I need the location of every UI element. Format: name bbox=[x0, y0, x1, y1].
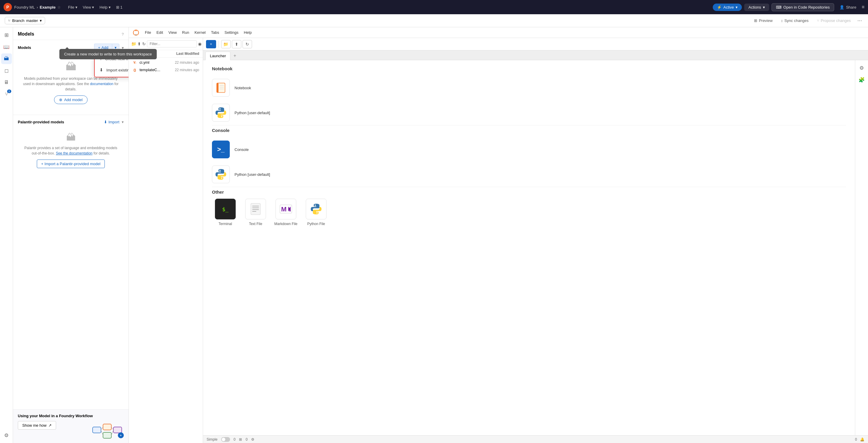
view-menu[interactable]: View ▾ bbox=[81, 4, 97, 11]
rs-settings-item[interactable]: ⚙ bbox=[857, 63, 867, 73]
branch-icon: ⑂ bbox=[8, 19, 10, 23]
fb-filter[interactable]: ◉ bbox=[198, 40, 202, 48]
add-button[interactable]: + Add bbox=[94, 43, 112, 52]
sidebar-item-models[interactable]: 🏔 bbox=[1, 54, 12, 64]
filter-caret[interactable]: ▾ bbox=[122, 45, 124, 50]
launcher-notebook-section: Notebook bbox=[212, 66, 846, 100]
plus-toolbar-icon: + bbox=[210, 42, 212, 46]
text-file-icon bbox=[245, 199, 266, 219]
star-icon[interactable]: ☆ bbox=[57, 5, 61, 9]
actions-label: Actions bbox=[748, 5, 761, 9]
palantir-doc-link[interactable]: See the documentation bbox=[56, 151, 92, 156]
sync-button[interactable]: ↕ Sync changes bbox=[778, 17, 812, 24]
sidebar-item-monitor[interactable]: 🖥 bbox=[1, 77, 12, 88]
jup-tabs-menu[interactable]: Tabs bbox=[209, 29, 221, 36]
python-kernel-2-item[interactable]: Python [user-default] bbox=[212, 162, 846, 187]
import-palantir-button[interactable]: + Import a Palantir-provided model bbox=[37, 160, 105, 168]
workspace-btn[interactable]: ⊞ 1 bbox=[114, 4, 125, 11]
jup-kernel-menu[interactable]: Kernel bbox=[192, 29, 208, 36]
active-button[interactable]: ⚡ Active ▾ bbox=[713, 4, 742, 11]
models-panel: Models ? Models + Add ▾ + Cre bbox=[13, 27, 129, 443]
add-model-label: Add model bbox=[64, 98, 83, 102]
markdown-file-item[interactable]: M Markdown File bbox=[273, 199, 299, 226]
create-icon: + bbox=[99, 56, 102, 61]
jupyter-body: 📁 ⬆ ↻ ◉ Name ▲ Last Modified bbox=[129, 38, 868, 443]
text-file-item[interactable]: Text File bbox=[242, 199, 269, 226]
palantir-caret[interactable]: ▾ bbox=[122, 120, 124, 124]
active-icon: ⚡ bbox=[717, 5, 722, 9]
refresh-btn[interactable]: ↻ bbox=[243, 40, 252, 48]
sidebar-item-grid[interactable]: ⊞ bbox=[1, 30, 12, 40]
add-model-button[interactable]: ⊕ Add model bbox=[54, 96, 88, 104]
console-launcher-item[interactable]: >_ Console bbox=[212, 137, 846, 162]
fb-new-folder[interactable]: 📁 bbox=[131, 40, 136, 48]
notebook-section-title: Notebook bbox=[212, 66, 846, 71]
top-bar: P Foundry ML › Example ☆ File ▾ View ▾ H… bbox=[0, 0, 868, 14]
mountain-sidebar-icon: 🏔 bbox=[4, 56, 9, 62]
file-menu[interactable]: File ▾ bbox=[66, 4, 80, 11]
hamburger-icon[interactable]: ≡ bbox=[862, 4, 864, 10]
more-options-button[interactable]: ⋯ bbox=[856, 16, 863, 25]
status-bar: Simple 0 ⊞ 0 ⚙ 0 🔔 bbox=[203, 435, 868, 443]
launcher-tab[interactable]: Launcher bbox=[206, 52, 230, 60]
new-launcher-btn[interactable]: + bbox=[206, 40, 216, 48]
jup-help-menu[interactable]: Help bbox=[241, 29, 254, 36]
propose-button[interactable]: ⑂ Propose changes bbox=[814, 17, 854, 24]
palantir-description: Palantir provides a set of language and … bbox=[23, 145, 119, 156]
jup-file-menu[interactable]: File bbox=[143, 29, 153, 36]
open-code-button[interactable]: ⌨ Open in Code Repositories bbox=[772, 3, 834, 11]
jup-run-menu[interactable]: Run bbox=[180, 29, 191, 36]
file-item-template[interactable]: {} templateC... 22 minutes ago bbox=[129, 66, 203, 73]
add-caret-button[interactable]: ▾ bbox=[112, 43, 119, 52]
yaml-icon: Y: bbox=[132, 61, 137, 64]
import-existing-model-item[interactable]: ⬇ Import existing model bbox=[95, 64, 129, 76]
import-small-button[interactable]: ⬇ Import bbox=[104, 120, 119, 124]
new-tab-button[interactable]: + bbox=[231, 52, 239, 60]
jupyter-logo bbox=[132, 29, 140, 36]
file-item-ci-yml[interactable]: Y: ci.yml 22 minutes ago bbox=[129, 59, 203, 66]
sidebar-item-book[interactable]: 📖 bbox=[1, 41, 12, 52]
fb-refresh[interactable]: ↻ bbox=[142, 40, 146, 48]
help-icon[interactable]: ? bbox=[122, 32, 124, 36]
open-file-btn[interactable]: 📁 bbox=[221, 40, 231, 48]
breadcrumb: Foundry ML › Example ☆ bbox=[14, 5, 61, 9]
preview-button[interactable]: ⊞ Preview bbox=[751, 17, 775, 24]
sync-icon: ↕ bbox=[781, 19, 783, 23]
svg-point-11 bbox=[135, 30, 136, 31]
fb-search-input[interactable] bbox=[147, 40, 197, 47]
sidebar-item-branch[interactable]: ⑂ 3 bbox=[1, 89, 12, 100]
share-button[interactable]: 👤 Share bbox=[837, 4, 859, 11]
svg-line-4 bbox=[101, 427, 103, 430]
documentation-link[interactable]: documentation bbox=[90, 82, 114, 86]
actions-button[interactable]: Actions ▾ bbox=[744, 4, 769, 11]
top-bar-right: ⚡ Active ▾ Actions ▾ ⌨ Open in Code Repo… bbox=[713, 3, 864, 11]
create-new-model-item[interactable]: + Create new model bbox=[95, 54, 129, 64]
show-me-label: Show me how bbox=[22, 423, 46, 428]
console-prompt: >_ bbox=[217, 146, 224, 153]
python-kernel-1-item[interactable]: Python [user-default] bbox=[212, 100, 846, 126]
show-me-button[interactable]: Show me how ↗ bbox=[18, 421, 56, 430]
help-menu[interactable]: Help ▾ bbox=[97, 4, 113, 11]
palantir-title: Palantir-provided models bbox=[18, 120, 101, 124]
file-col-modified-header: Last Modified bbox=[163, 52, 199, 56]
notebook-launcher-item[interactable]: Notebook bbox=[212, 75, 846, 100]
jup-edit-menu[interactable]: Edit bbox=[154, 29, 165, 36]
json-icon: {} bbox=[132, 68, 137, 72]
simple-toggle[interactable] bbox=[221, 437, 230, 442]
sidebar-item-settings[interactable]: ⚙ bbox=[1, 430, 12, 441]
book-icon: 📖 bbox=[3, 44, 9, 50]
jup-settings-menu[interactable]: Settings bbox=[222, 29, 241, 36]
fb-upload[interactable]: ⬆ bbox=[137, 40, 141, 48]
models-panel-header: Models ? bbox=[13, 27, 128, 40]
python-file-item[interactable]: Python File bbox=[303, 199, 330, 226]
markdown-file-label: Markdown File bbox=[274, 222, 298, 226]
markdown-file-icon: M bbox=[276, 199, 296, 219]
python-kernel-1-icon bbox=[212, 104, 230, 122]
rs-extension-item[interactable]: 🧩 bbox=[857, 74, 867, 85]
sidebar-item-cube[interactable]: ◻ bbox=[1, 65, 12, 76]
upload-btn[interactable]: ⬆ bbox=[232, 40, 241, 48]
jup-view-menu[interactable]: View bbox=[166, 29, 179, 36]
terminal-item[interactable]: $_ Terminal bbox=[212, 199, 239, 226]
branch-badge: 3 bbox=[7, 90, 11, 93]
branch-selector[interactable]: ⑂ Branch master ▾ bbox=[5, 17, 45, 24]
